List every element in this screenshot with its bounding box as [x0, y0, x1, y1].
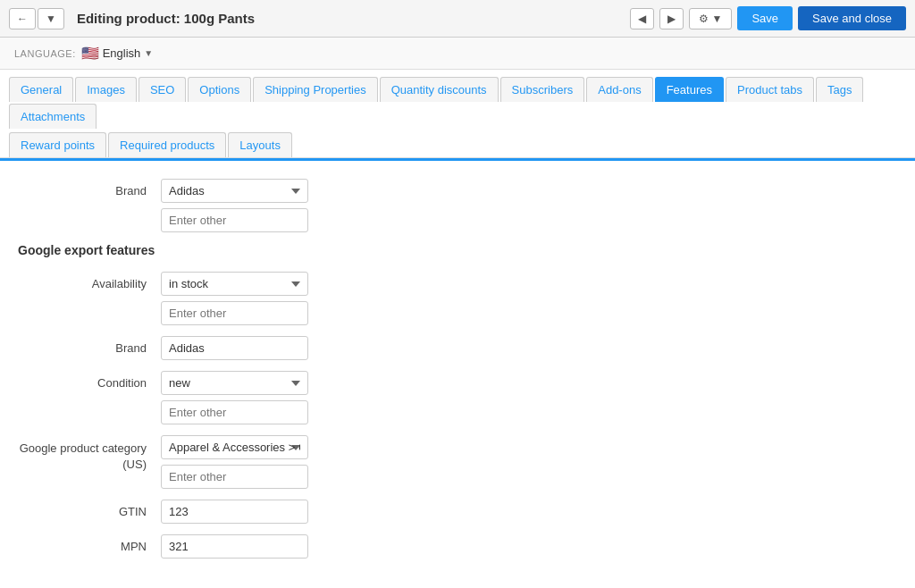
google-brand-input[interactable] — [161, 336, 308, 360]
mpn-field — [161, 534, 308, 559]
tab-general[interactable]: General — [9, 77, 73, 102]
mpn-input[interactable] — [161, 534, 308, 559]
availability-other-input[interactable] — [161, 301, 308, 325]
tab-layouts[interactable]: Layouts — [228, 132, 292, 157]
brand-select[interactable]: Adidas Nike Puma other — [161, 179, 308, 203]
google-brand-row: Brand — [18, 336, 897, 360]
condition-row: Condition new used refurbished — [18, 371, 897, 424]
page-title: Editing product: 100g Pants — [77, 11, 623, 26]
condition-select[interactable]: new used refurbished — [161, 371, 308, 395]
google-brand-field — [161, 336, 308, 360]
google-category-label: Google product category (US) — [18, 435, 161, 473]
save-button[interactable]: Save — [737, 6, 793, 30]
language-bar: LANGUAGE: 🇺🇸 English ▼ — [0, 38, 915, 70]
next-product-button[interactable]: ▶ — [659, 8, 684, 29]
gear-button[interactable]: ⚙ ▼ — [689, 8, 733, 29]
google-category-other-input[interactable] — [161, 465, 308, 489]
tabs-row2: Reward points Required products Layouts — [9, 129, 906, 157]
flag-icon: 🇺🇸 — [81, 45, 99, 62]
tab-seo[interactable]: SEO — [139, 77, 186, 102]
tab-required-products[interactable]: Required products — [108, 132, 226, 157]
language-selector[interactable]: 🇺🇸 English ▼ — [81, 45, 154, 62]
google-category-field: Apparel & Accessories > Cloth... — [161, 435, 308, 489]
tab-addons[interactable]: Add-ons — [586, 77, 652, 102]
google-section-title: Google export features — [18, 243, 897, 257]
tab-options[interactable]: Options — [188, 77, 251, 102]
tabs-row1: General Images SEO Options Shipping Prop… — [9, 77, 906, 129]
language-dropdown-arrow: ▼ — [144, 48, 153, 58]
gtin-input[interactable] — [161, 500, 308, 524]
brand-other-input[interactable] — [161, 208, 308, 232]
header-actions: ◀ ▶ ⚙ ▼ Save Save and close — [630, 6, 906, 30]
availability-select[interactable]: in stock out of stock preorder — [161, 272, 308, 296]
nav-buttons: ← ▼ — [9, 8, 64, 29]
availability-label: Availability — [18, 272, 161, 290]
gtin-row: GTIN — [18, 500, 897, 524]
tab-product-tabs[interactable]: Product tabs — [726, 77, 814, 102]
brand-label: Brand — [18, 179, 161, 197]
condition-label: Condition — [18, 371, 161, 390]
google-category-row: Google product category (US) Apparel & A… — [18, 435, 897, 489]
save-and-close-button[interactable]: Save and close — [798, 6, 906, 30]
gtin-field — [161, 500, 308, 524]
brand-row: Brand Adidas Nike Puma other — [18, 179, 897, 232]
availability-row: Availability in stock out of stock preor… — [18, 272, 897, 325]
brand-field: Adidas Nike Puma other — [161, 179, 308, 232]
tab-quantity-discounts[interactable]: Quantity discounts — [380, 77, 499, 102]
main-window: ← ▼ Editing product: 100g Pants ◀ ▶ ⚙ ▼ … — [0, 0, 915, 588]
language-name: English — [103, 46, 141, 60]
language-label: LANGUAGE: — [14, 48, 76, 59]
gtin-label: GTIN — [18, 500, 161, 518]
condition-other-input[interactable] — [161, 400, 308, 424]
prev-product-button[interactable]: ◀ — [630, 8, 654, 29]
google-category-select[interactable]: Apparel & Accessories > Cloth... — [161, 435, 308, 459]
gear-icon: ⚙ — [699, 13, 709, 25]
tab-attachments[interactable]: Attachments — [9, 104, 97, 129]
google-brand-label: Brand — [18, 336, 161, 355]
mpn-label: MPN — [18, 534, 161, 553]
main-content: Brand Adidas Nike Puma other Google expo… — [0, 158, 915, 588]
tab-subscribers[interactable]: Subscribers — [500, 77, 585, 102]
tab-features[interactable]: Features — [655, 77, 724, 102]
tab-shipping-properties[interactable]: Shipping Properties — [253, 77, 377, 102]
condition-field: new used refurbished — [161, 371, 308, 424]
tabs-container: General Images SEO Options Shipping Prop… — [0, 70, 915, 158]
header-bar: ← ▼ Editing product: 100g Pants ◀ ▶ ⚙ ▼ … — [0, 0, 915, 38]
tab-reward-points[interactable]: Reward points — [9, 132, 106, 157]
tab-tags[interactable]: Tags — [816, 77, 863, 102]
back-button[interactable]: ← — [9, 8, 36, 29]
gear-dropdown-arrow: ▼ — [712, 13, 723, 25]
availability-field: in stock out of stock preorder — [161, 272, 308, 325]
dropdown-nav-button[interactable]: ▼ — [38, 8, 64, 29]
tab-images[interactable]: Images — [75, 77, 137, 102]
mpn-row: MPN — [18, 534, 897, 559]
